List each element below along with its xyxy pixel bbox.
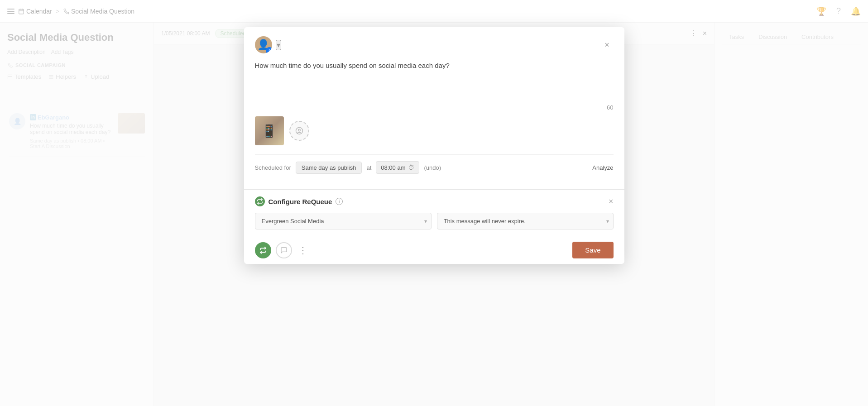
requeue-icon (255, 196, 265, 206)
requeue-close-button[interactable]: × (609, 197, 614, 206)
fb-badge: f (266, 47, 272, 53)
add-media-button[interactable] (289, 121, 309, 141)
expiry-select-wrapper: This message will never expire.Set expir… (437, 213, 614, 229)
requeue-title: Configure ReQueue (269, 198, 332, 205)
queue-dropdown[interactable]: Evergreen Social MediaOption 2 (255, 213, 432, 229)
requeue-title-row: Configure ReQueue i (255, 196, 343, 206)
requeue-info-icon[interactable]: i (336, 198, 343, 205)
char-count: 60 (255, 104, 614, 111)
requeue-dropdowns: Evergreen Social MediaOption 2 ▾ This me… (255, 213, 614, 229)
modal-header-row: 👤 f ▾ × (255, 36, 614, 53)
schedule-day-selector[interactable]: Same day as publish (296, 162, 362, 174)
svg-point-11 (298, 129, 300, 131)
schedule-time-selector[interactable]: 08:00 am ⏱ (376, 161, 419, 174)
media-row: 📱 (255, 116, 614, 145)
requeue-header: Configure ReQueue i × (255, 196, 614, 206)
comment-button[interactable] (276, 242, 292, 258)
post-question-text: How much time do you usually spend on so… (255, 61, 614, 71)
modal-footer: ⋮ Save (244, 236, 624, 264)
requeue-section: Configure ReQueue i × Evergreen Social M… (244, 189, 624, 236)
schedule-row: Scheduled for Same day as publish at 08:… (255, 154, 614, 180)
clock-icon: ⏱ (408, 164, 414, 171)
analyze-link[interactable]: Analyze (592, 164, 613, 171)
expiry-dropdown[interactable]: This message will never expire.Set expir… (437, 213, 614, 229)
post-text-area: How much time do you usually spend on so… (255, 61, 614, 97)
requeue-toggle-button[interactable] (255, 242, 271, 258)
modal-main: 👤 f ▾ × How much time do you usually spe… (244, 27, 624, 189)
scheduled-for-label: Scheduled for (255, 164, 291, 171)
modal-user-row: 👤 f ▾ (255, 36, 281, 53)
at-label: at (366, 164, 371, 171)
avatar: 👤 f (255, 36, 272, 53)
media-thumbnail[interactable]: 📱 (255, 116, 284, 145)
more-options-button[interactable]: ⋮ (297, 245, 309, 256)
user-dropdown-btn[interactable]: ▾ (276, 40, 281, 50)
save-button[interactable]: Save (572, 242, 613, 258)
modal-dialog: 👤 f ▾ × How much time do you usually spe… (244, 27, 624, 264)
undo-link[interactable]: (undo) (424, 164, 441, 171)
modal-close-button[interactable]: × (601, 38, 614, 51)
queue-select-wrapper: Evergreen Social MediaOption 2 ▾ (255, 213, 432, 229)
